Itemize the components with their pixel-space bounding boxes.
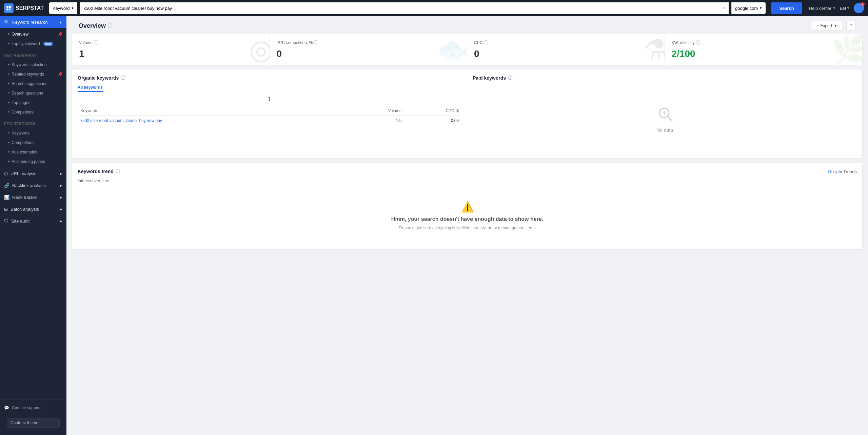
sidebar-item-top-by-keyword[interactable]: • Top by keyword New (0, 39, 66, 48)
contact-support-label: Contact support (12, 406, 41, 410)
search-input-wrap: × (80, 2, 729, 14)
help-center-label: Help center (809, 6, 831, 11)
paid-no-data: No data (473, 85, 857, 153)
logo-text: SERPSTAT (16, 5, 44, 11)
interest-label: Interest over time (78, 179, 857, 183)
topbar-right: Help center ▼ EN ▼ 3 (809, 3, 864, 13)
kw-cell: x500 elite robot vacuum cleaner buy now … (78, 116, 346, 126)
pin-icon: 📌 (58, 32, 62, 37)
backlink-icon: 🔗 (4, 183, 9, 188)
volume-info-icon[interactable]: ⓘ (94, 40, 98, 46)
sidebar-item-related-keywords[interactable]: • Related keywords 📌 (0, 69, 66, 79)
sidebar-item-ppc-competitors[interactable]: • Competitors (0, 138, 66, 147)
paid-info-icon[interactable]: ⓘ (508, 75, 512, 81)
volume-bg-icon: ◎ (249, 34, 270, 65)
metric-card-kw-difficulty: KW. difficulty ⓘ 2/100 🌿 (665, 34, 863, 65)
sidebar-item-ppc-keywords[interactable]: • Keywords (0, 128, 66, 138)
sidebar-item-ads-examples[interactable]: • Ads examples (0, 147, 66, 157)
competitors-label: Competitors (12, 110, 34, 115)
overview-info-icon[interactable]: ⓘ (108, 23, 112, 29)
bullet: • (8, 100, 9, 105)
sidebar-item-search-questions[interactable]: • Search questions (0, 88, 66, 98)
clear-button[interactable]: × (720, 5, 729, 11)
logo-icon (4, 3, 14, 13)
trend-header: Keywords trend ⓘ Google Trends (78, 168, 857, 174)
volume-label: Volume ⓘ (79, 40, 263, 46)
sidebar-item-site-audit[interactable]: 🛡 Site audit ▶ (0, 215, 66, 227)
sidebar-item-top-pages[interactable]: • Top pages (0, 98, 66, 107)
trend-empty: ⚠️ Hmm, your search doesn't have enough … (78, 187, 857, 244)
backlink-arrow: ▶ (60, 184, 62, 187)
rank-tracker-arrow: ▶ (60, 195, 62, 199)
bullet: • (8, 131, 9, 136)
bullet: • (8, 159, 9, 164)
metric-card-ppc: PPC competition, % ⓘ 0 🐟 (270, 34, 468, 65)
search-button[interactable]: Search (771, 2, 802, 14)
sidebar-item-keyword-research[interactable]: 🔍 Keyword research ▲ (0, 16, 66, 28)
col-header-volume: Volume (346, 106, 405, 116)
lang-chevron: ▼ (847, 6, 850, 10)
sidebar-item-rank-tracker[interactable]: 📊 Rank tracker ▶ (0, 191, 66, 203)
trend-sub-message: Please make sure everything is spelled c… (399, 226, 536, 230)
sidebar-item-search-suggestions[interactable]: • Search suggestions (0, 79, 66, 88)
ppc-value: 0 (277, 48, 460, 59)
ppc-keywords-label: Keywords (12, 131, 29, 136)
search-input[interactable] (80, 2, 720, 14)
sidebar-item-url-analysis[interactable]: ⬡ URL analysis ▶ (0, 168, 66, 180)
sidebar-item-contact-support[interactable]: 💬 Contact support (0, 402, 66, 413)
ppc-info-icon[interactable]: ⓘ (314, 40, 318, 46)
keyword-research-sub: • Overview 📌 • Top by keyword New (0, 28, 66, 50)
svg-line-5 (668, 116, 672, 120)
engine-label: google.com (735, 6, 758, 11)
top-by-keyword-label: Top by keyword (12, 41, 40, 46)
trend-info-icon[interactable]: ⓘ (116, 168, 120, 174)
related-keywords-label: Related keywords (12, 72, 44, 77)
avatar[interactable]: 3 (854, 3, 864, 13)
sidebar-item-ads-landing[interactable]: • Ads landing pages (0, 157, 66, 166)
svg-rect-2 (6, 8, 8, 11)
bullet: • (8, 41, 9, 46)
backlink-label: Backlink analysis (12, 183, 46, 188)
url-analysis-label: URL analysis (11, 171, 36, 176)
ppc-label: PPC competition, % ⓘ (277, 40, 460, 46)
pin-icon: 📌 (58, 72, 62, 77)
export-button[interactable]: ↑ Export ▼ (811, 21, 842, 30)
organic-info-icon[interactable]: ⓘ (121, 75, 125, 81)
contact-support-icon: 💬 (4, 406, 9, 410)
metrics-row: Volume ⓘ 1 ◎ PPC competition, % ⓘ 0 🐟 (72, 34, 863, 65)
search-type-select[interactable]: Keyword ▼ (49, 2, 78, 14)
export-chevron: ▼ (834, 24, 837, 27)
metric-card-volume: Volume ⓘ 1 ◎ (72, 34, 270, 65)
keyword-research-arrow: ▲ (59, 20, 62, 24)
language-select[interactable]: EN ▼ (840, 6, 850, 11)
sidebar-item-overview[interactable]: • Overview 📌 (0, 29, 66, 39)
bullet: • (8, 81, 9, 86)
search-suggestions-label: Search suggestions (12, 81, 47, 86)
paid-keywords-panel: Paid keywords ⓘ No data (467, 69, 862, 158)
cpc-bg-icon: ⚗ (644, 34, 665, 65)
sidebar-bottom: 💬 Contact support Contrast theme (0, 399, 66, 435)
volume-value: 1 (79, 48, 263, 59)
tab-all-keywords[interactable]: All keywords (78, 85, 103, 92)
batch-analysis-icon: ⊞ (4, 207, 8, 212)
sidebar-item-competitors[interactable]: • Competitors (0, 107, 66, 117)
kw-link[interactable]: x500 elite robot vacuum cleaner buy now … (80, 118, 162, 123)
kw-diff-bg-icon: 🌿 (832, 34, 862, 65)
help-button[interactable]: ? (846, 21, 856, 30)
cpc-info-icon[interactable]: ⓘ (484, 40, 488, 46)
kw-diff-info-icon[interactable]: ⓘ (696, 40, 701, 46)
sidebar-item-batch-analysis[interactable]: ⊞ Batch analysis ▶ (0, 203, 66, 215)
seo-research-sub: • Keywords selection • Related keywords … (0, 59, 66, 118)
seo-research-group-label: SEO research (0, 50, 66, 59)
volume-cell: 1-5 (346, 116, 405, 126)
engine-select[interactable]: google.com ▼ (731, 2, 766, 14)
keywords-row: Organic keywords ⓘ All keywords 1 Keywor… (72, 69, 863, 159)
keyword-research-icon: 🔍 (4, 20, 9, 25)
ppc-bg-icon: 🐟 (436, 34, 467, 65)
cpc-label: CPC ⓘ (474, 40, 658, 46)
overview-header: Overview ⓘ ↑ Export ▼ ? (72, 16, 863, 34)
contrast-theme-select[interactable]: Contrast theme (7, 418, 60, 428)
sidebar-item-backlink-analysis[interactable]: 🔗 Backlink analysis ▶ (0, 180, 66, 191)
help-center-link[interactable]: Help center ▼ (809, 6, 836, 11)
sidebar-item-keywords-selection[interactable]: • Keywords selection (0, 60, 66, 69)
